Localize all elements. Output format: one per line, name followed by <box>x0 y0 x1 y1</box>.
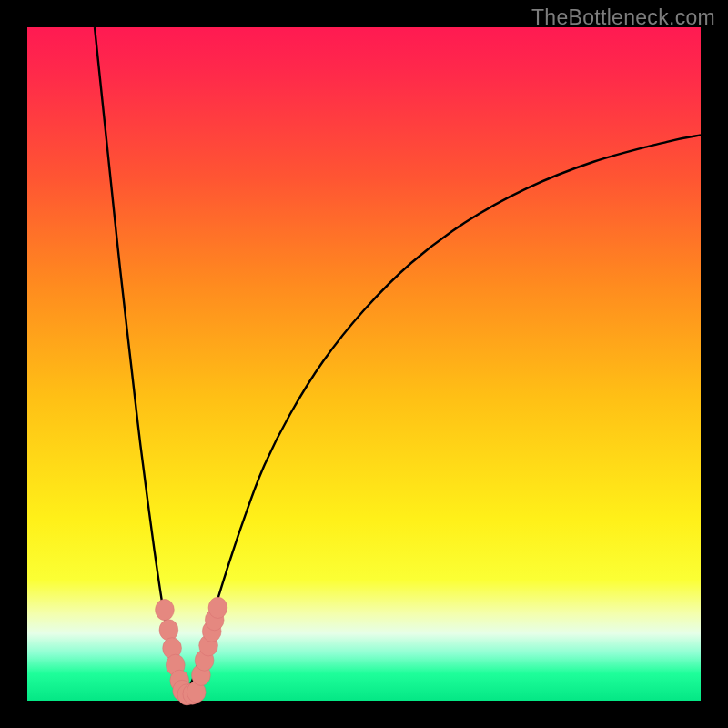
plot-area <box>27 27 701 701</box>
markers-group <box>156 597 228 705</box>
curve-left-arm <box>95 27 184 697</box>
data-marker <box>159 620 178 641</box>
curve-right-arm <box>184 135 701 696</box>
watermark-text: TheBottleneck.com <box>531 5 715 30</box>
chart-svg <box>27 27 701 701</box>
chart-frame: TheBottleneck.com <box>0 0 728 728</box>
data-marker <box>208 597 228 618</box>
data-marker <box>156 599 175 620</box>
